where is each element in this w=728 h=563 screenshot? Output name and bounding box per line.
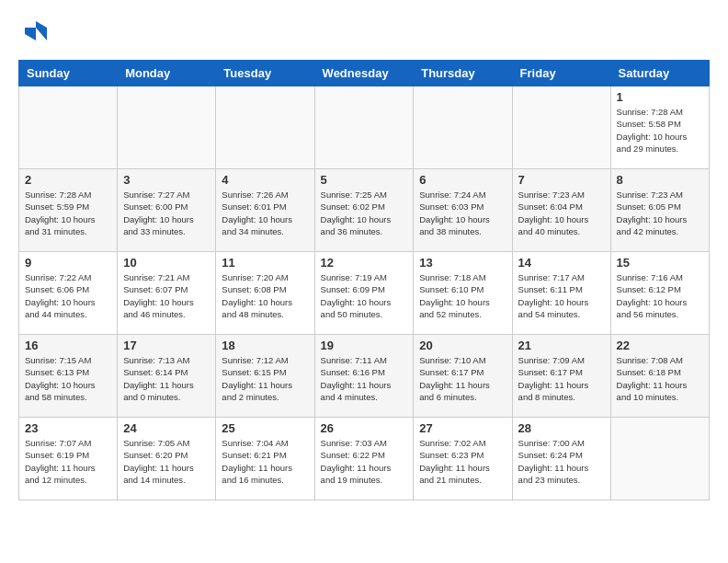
calendar-cell: 14Sunrise: 7:17 AM Sunset: 6:11 PM Dayli… — [512, 252, 610, 335]
day-info: Sunrise: 7:13 AM Sunset: 6:14 PM Dayligh… — [123, 354, 210, 403]
day-number: 3 — [123, 173, 210, 187]
day-number: 25 — [222, 421, 308, 435]
calendar-cell: 26Sunrise: 7:03 AM Sunset: 6:22 PM Dayli… — [314, 418, 414, 500]
logo-icon — [22, 18, 50, 46]
calendar-cell: 16Sunrise: 7:15 AM Sunset: 6:13 PM Dayli… — [19, 335, 118, 418]
calendar-cell: 18Sunrise: 7:12 AM Sunset: 6:15 PM Dayli… — [216, 335, 314, 418]
weekday-header-tuesday: Tuesday — [216, 61, 314, 86]
day-number: 18 — [222, 339, 308, 352]
day-info: Sunrise: 7:24 AM Sunset: 6:03 PM Dayligh… — [419, 189, 506, 237]
day-info: Sunrise: 7:27 AM Sunset: 6:00 PM Dayligh… — [123, 189, 210, 237]
day-number: 16 — [25, 339, 111, 352]
day-number: 22 — [617, 339, 703, 352]
day-info: Sunrise: 7:23 AM Sunset: 6:05 PM Dayligh… — [617, 189, 703, 237]
weekday-header-saturday: Saturday — [610, 61, 709, 86]
weekday-header-monday: Monday — [118, 61, 216, 86]
day-info: Sunrise: 7:04 AM Sunset: 6:21 PM Dayligh… — [222, 437, 308, 486]
day-number: 28 — [518, 421, 605, 435]
day-info: Sunrise: 7:00 AM Sunset: 6:24 PM Dayligh… — [518, 437, 605, 486]
day-info: Sunrise: 7:28 AM Sunset: 5:58 PM Dayligh… — [617, 106, 703, 155]
day-info: Sunrise: 7:17 AM Sunset: 6:11 PM Dayligh… — [518, 271, 605, 320]
day-info: Sunrise: 7:10 AM Sunset: 6:17 PM Dayligh… — [419, 354, 506, 403]
day-number: 6 — [419, 173, 506, 187]
calendar-cell: 6Sunrise: 7:24 AM Sunset: 6:03 PM Daylig… — [414, 169, 512, 252]
calendar-cell: 8Sunrise: 7:23 AM Sunset: 6:05 PM Daylig… — [610, 169, 709, 252]
header-area — [18, 18, 710, 51]
day-number: 13 — [419, 256, 506, 270]
day-number: 23 — [25, 421, 111, 435]
day-info: Sunrise: 7:07 AM Sunset: 6:19 PM Dayligh… — [25, 437, 111, 486]
calendar-cell: 20Sunrise: 7:10 AM Sunset: 6:17 PM Dayli… — [414, 335, 512, 418]
svg-marker-0 — [36, 21, 47, 40]
calendar-cell — [512, 86, 610, 169]
day-info: Sunrise: 7:26 AM Sunset: 6:01 PM Dayligh… — [222, 189, 308, 237]
day-info: Sunrise: 7:18 AM Sunset: 6:10 PM Dayligh… — [419, 271, 506, 320]
calendar-cell: 2Sunrise: 7:28 AM Sunset: 5:59 PM Daylig… — [19, 169, 118, 252]
svg-marker-1 — [25, 28, 36, 40]
day-info: Sunrise: 7:22 AM Sunset: 6:06 PM Dayligh… — [25, 271, 111, 320]
calendar-cell — [118, 86, 216, 169]
calendar-table: SundayMondayTuesdayWednesdayThursdayFrid… — [18, 60, 710, 500]
day-number: 5 — [321, 173, 408, 187]
day-number: 12 — [321, 256, 408, 270]
weekday-header-thursday: Thursday — [414, 61, 512, 86]
calendar-cell — [19, 86, 118, 169]
calendar-cell — [216, 86, 314, 169]
calendar-cell: 7Sunrise: 7:23 AM Sunset: 6:04 PM Daylig… — [512, 169, 610, 252]
day-number: 20 — [419, 339, 506, 352]
day-number: 10 — [123, 256, 210, 270]
calendar-cell: 28Sunrise: 7:00 AM Sunset: 6:24 PM Dayli… — [512, 418, 610, 500]
day-info: Sunrise: 7:09 AM Sunset: 6:17 PM Dayligh… — [518, 354, 605, 403]
day-number: 24 — [123, 421, 210, 435]
calendar-cell: 12Sunrise: 7:19 AM Sunset: 6:09 PM Dayli… — [314, 252, 414, 335]
day-number: 11 — [222, 256, 308, 270]
day-info: Sunrise: 7:12 AM Sunset: 6:15 PM Dayligh… — [222, 354, 308, 403]
calendar-cell — [414, 86, 512, 169]
weekday-header-friday: Friday — [512, 61, 610, 86]
calendar-cell: 11Sunrise: 7:20 AM Sunset: 6:08 PM Dayli… — [216, 252, 314, 335]
day-number: 27 — [419, 421, 506, 435]
day-info: Sunrise: 7:15 AM Sunset: 6:13 PM Dayligh… — [25, 354, 111, 403]
day-number: 19 — [321, 339, 408, 352]
day-info: Sunrise: 7:11 AM Sunset: 6:16 PM Dayligh… — [321, 354, 408, 403]
day-number: 21 — [518, 339, 605, 352]
day-number: 2 — [25, 173, 111, 187]
day-number: 14 — [518, 256, 605, 270]
day-info: Sunrise: 7:02 AM Sunset: 6:23 PM Dayligh… — [419, 437, 506, 486]
day-number: 15 — [617, 256, 703, 270]
weekday-header-sunday: Sunday — [19, 61, 118, 86]
calendar-cell: 9Sunrise: 7:22 AM Sunset: 6:06 PM Daylig… — [19, 252, 118, 335]
day-info: Sunrise: 7:08 AM Sunset: 6:18 PM Dayligh… — [617, 354, 703, 403]
calendar-cell: 25Sunrise: 7:04 AM Sunset: 6:21 PM Dayli… — [216, 418, 314, 500]
day-info: Sunrise: 7:03 AM Sunset: 6:22 PM Dayligh… — [321, 437, 408, 486]
calendar-cell: 21Sunrise: 7:09 AM Sunset: 6:17 PM Dayli… — [512, 335, 610, 418]
calendar-cell: 4Sunrise: 7:26 AM Sunset: 6:01 PM Daylig… — [216, 169, 314, 252]
calendar-cell: 15Sunrise: 7:16 AM Sunset: 6:12 PM Dayli… — [610, 252, 709, 335]
day-number: 9 — [25, 256, 111, 270]
calendar-cell: 22Sunrise: 7:08 AM Sunset: 6:18 PM Dayli… — [610, 335, 709, 418]
calendar-cell: 17Sunrise: 7:13 AM Sunset: 6:14 PM Dayli… — [118, 335, 216, 418]
calendar-cell: 10Sunrise: 7:21 AM Sunset: 6:07 PM Dayli… — [118, 252, 216, 335]
logo — [18, 18, 50, 51]
day-info: Sunrise: 7:21 AM Sunset: 6:07 PM Dayligh… — [123, 271, 210, 320]
calendar-cell: 5Sunrise: 7:25 AM Sunset: 6:02 PM Daylig… — [314, 169, 414, 252]
day-info: Sunrise: 7:19 AM Sunset: 6:09 PM Dayligh… — [321, 271, 408, 320]
calendar-cell: 24Sunrise: 7:05 AM Sunset: 6:20 PM Dayli… — [118, 418, 216, 500]
calendar-cell — [314, 86, 414, 169]
day-number: 17 — [123, 339, 210, 352]
calendar-cell: 1Sunrise: 7:28 AM Sunset: 5:58 PM Daylig… — [610, 86, 709, 169]
day-info: Sunrise: 7:20 AM Sunset: 6:08 PM Dayligh… — [222, 271, 308, 320]
day-info: Sunrise: 7:25 AM Sunset: 6:02 PM Dayligh… — [321, 189, 408, 237]
weekday-header-wednesday: Wednesday — [314, 61, 414, 86]
day-number: 1 — [617, 90, 703, 104]
day-number: 26 — [321, 421, 408, 435]
day-info: Sunrise: 7:05 AM Sunset: 6:20 PM Dayligh… — [123, 437, 210, 486]
calendar-cell: 23Sunrise: 7:07 AM Sunset: 6:19 PM Dayli… — [19, 418, 118, 500]
calendar-cell — [610, 418, 709, 500]
day-info: Sunrise: 7:23 AM Sunset: 6:04 PM Dayligh… — [518, 189, 605, 237]
day-number: 7 — [518, 173, 605, 187]
day-info: Sunrise: 7:28 AM Sunset: 5:59 PM Dayligh… — [25, 189, 111, 237]
day-number: 8 — [617, 173, 703, 187]
day-number: 4 — [222, 173, 308, 187]
calendar-cell: 13Sunrise: 7:18 AM Sunset: 6:10 PM Dayli… — [414, 252, 512, 335]
